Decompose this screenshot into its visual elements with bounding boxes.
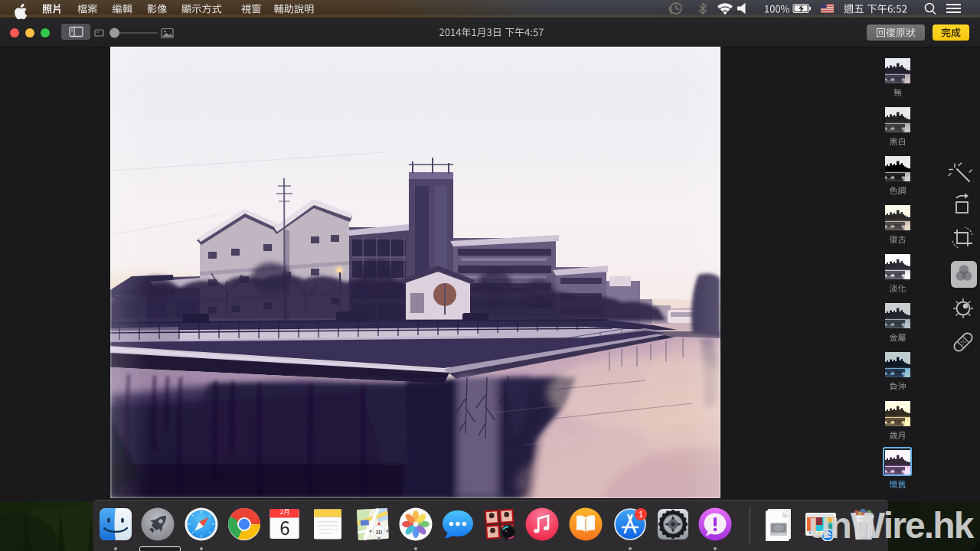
svg-text:1: 1	[639, 510, 643, 519]
svg-text:3D: 3D	[376, 530, 383, 535]
